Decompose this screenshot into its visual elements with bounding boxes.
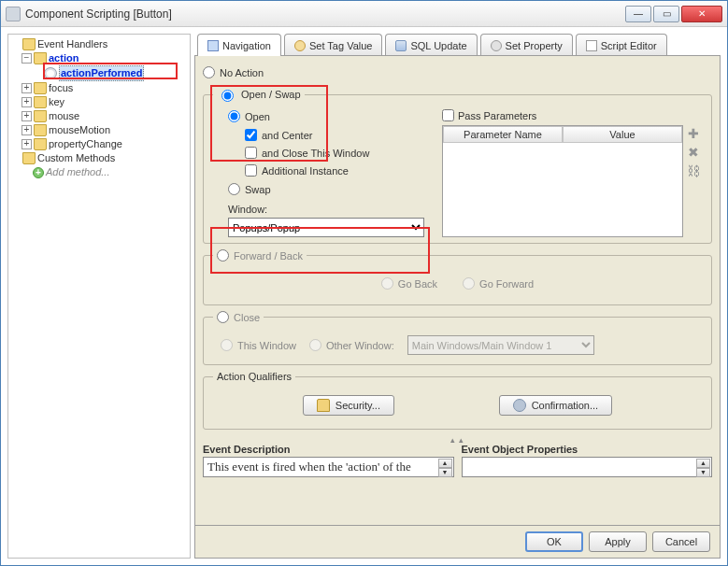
navigation-icon	[207, 40, 219, 51]
radio-forwardback[interactable]: Forward / Back	[213, 249, 307, 262]
event-tree[interactable]: Event Handlers − action actionPerformed …	[7, 34, 191, 559]
right-panel: Navigation Set Tag Value SQL Update Set …	[194, 34, 721, 559]
tree-panel: Event Handlers − action actionPerformed …	[7, 34, 191, 559]
check-andcenter[interactable]: and Center	[245, 129, 433, 141]
qualifiers-label: Action Qualifiers	[213, 371, 295, 382]
forwardback-group: Forward / Back Go Back Go Forward	[203, 249, 712, 305]
cancel-button[interactable]: Cancel	[652, 531, 710, 552]
delete-icon: ✖	[688, 145, 699, 160]
spin-up-icon[interactable]: ▲	[696, 459, 710, 468]
parameters-group: Pass Parameters Parameter Name Value	[442, 107, 702, 237]
radio-swap[interactable]: Swap	[228, 183, 433, 195]
radio-close[interactable]: Close	[213, 311, 264, 323]
folder-icon	[34, 96, 47, 108]
maximize-button[interactable]: ▭	[653, 6, 679, 22]
tree-actionperformed[interactable]: actionPerformed	[10, 65, 188, 81]
check-passparameters[interactable]: Pass Parameters	[442, 109, 702, 121]
plus-icon: +	[33, 167, 44, 178]
check-andclose[interactable]: and Close This Window	[245, 147, 433, 159]
radio-openswap[interactable]: Open / Swap	[213, 87, 305, 102]
app-icon	[6, 7, 21, 21]
tree-addmethod[interactable]: + Add method...	[10, 165, 188, 179]
expand-icon[interactable]: +	[21, 111, 32, 121]
body: Event Handlers − action actionPerformed …	[1, 27, 727, 565]
tab-bar: Navigation Set Tag Value SQL Update Set …	[194, 34, 721, 56]
window: Component Scripting [Button] — ▭ ✕ Event…	[0, 0, 728, 566]
gear-icon	[44, 67, 57, 79]
event-object-label: Event Object Properties	[462, 444, 713, 455]
collapse-icon[interactable]: −	[21, 53, 32, 64]
check-additionalinstance[interactable]: Additional Instance	[245, 164, 433, 177]
tag-icon	[294, 40, 306, 51]
tree-focus[interactable]: + focus	[10, 81, 188, 95]
col-value: Value	[563, 126, 682, 143]
script-icon	[586, 40, 597, 51]
add-param-button[interactable]: ✚	[685, 125, 702, 142]
splitter[interactable]: ▴ ▴	[203, 435, 712, 444]
tab-scripteditor[interactable]: Script Editor	[576, 34, 667, 56]
expand-icon[interactable]: +	[21, 125, 32, 135]
expand-icon[interactable]: +	[21, 139, 32, 149]
security-button[interactable]: Security...	[303, 395, 394, 416]
spin-down-icon[interactable]: ▼	[438, 468, 452, 477]
window-controls: — ▭ ✕	[625, 6, 722, 22]
link-icon	[513, 399, 526, 412]
description-row: Event Description This event is fired wh…	[203, 444, 712, 477]
plus-icon: ✚	[688, 126, 699, 141]
link-icon: ⛓	[687, 163, 700, 178]
window-title: Component Scripting [Button]	[25, 7, 625, 21]
folder-icon	[34, 82, 47, 94]
confirmation-button[interactable]: Confirmation...	[499, 395, 613, 416]
radio-goback[interactable]: Go Back	[381, 277, 437, 290]
tree-custommethods[interactable]: Custom Methods	[10, 151, 188, 165]
event-description-box[interactable]: This event is fired when the 'action' of…	[203, 457, 454, 477]
folder-icon	[22, 38, 36, 50]
close-button[interactable]: ✕	[681, 6, 722, 22]
tree-mousemotion[interactable]: + mouseMotion	[10, 123, 188, 137]
folder-icon	[34, 52, 47, 64]
minimize-button[interactable]: —	[625, 6, 651, 22]
parameters-table[interactable]: Parameter Name Value	[442, 125, 683, 237]
tree-action[interactable]: − action	[10, 51, 188, 65]
tree-mouse[interactable]: + mouse	[10, 109, 188, 123]
database-icon	[395, 40, 407, 51]
radio-goforward[interactable]: Go Forward	[463, 277, 534, 290]
window-label: Window:	[228, 204, 433, 215]
tree-root[interactable]: Event Handlers	[10, 37, 188, 51]
tree-key[interactable]: + key	[10, 95, 188, 109]
spin-down-icon[interactable]: ▼	[696, 468, 710, 477]
folder-icon	[34, 110, 47, 122]
tree-propertychange[interactable]: + propertyChange	[10, 137, 188, 151]
lock-icon	[317, 399, 330, 412]
event-description-label: Event Description	[203, 444, 454, 455]
event-object-box[interactable]: ▲ ▼	[462, 457, 713, 477]
window-combobox[interactable]: Popups/Popup	[228, 218, 424, 237]
radio-thiswindow[interactable]: This Window	[221, 339, 296, 351]
gear-icon	[491, 40, 502, 51]
tab-setproperty[interactable]: Set Property	[480, 34, 573, 56]
expand-icon[interactable]: +	[21, 97, 32, 107]
navigation-panel: No Action Open / Swap Open	[194, 55, 721, 526]
otherwindow-combobox: Main Windows/Main Window 1	[407, 335, 594, 355]
titlebar: Component Scripting [Button] — ▭ ✕	[1, 1, 727, 27]
expand-icon[interactable]: +	[21, 83, 32, 93]
radio-otherwindow[interactable]: Other Window:	[309, 339, 394, 351]
ok-button[interactable]: OK	[525, 531, 583, 552]
radio-noaction[interactable]: No Action	[203, 66, 264, 78]
close-group: Close This Window Other Window: Main Win…	[203, 311, 712, 365]
apply-button[interactable]: Apply	[589, 531, 647, 552]
tab-settagvalue[interactable]: Set Tag Value	[284, 34, 382, 56]
col-parametername: Parameter Name	[443, 126, 563, 143]
radio-open[interactable]: Open	[228, 110, 433, 122]
remove-param-button[interactable]: ✖	[685, 144, 702, 161]
dialog-footer: OK Apply Cancel	[194, 526, 721, 559]
qualifiers-group: Action Qualifiers Security... Confirmati…	[203, 371, 712, 430]
link-param-button[interactable]: ⛓	[685, 163, 702, 179]
folder-icon	[34, 124, 47, 136]
spin-up-icon[interactable]: ▲	[438, 459, 452, 468]
openswap-group: Open / Swap Open and Center	[203, 87, 712, 244]
tab-navigation[interactable]: Navigation	[197, 34, 281, 56]
folder-icon	[22, 152, 36, 164]
folder-icon	[34, 138, 47, 150]
tab-sqlupdate[interactable]: SQL Update	[385, 34, 477, 56]
